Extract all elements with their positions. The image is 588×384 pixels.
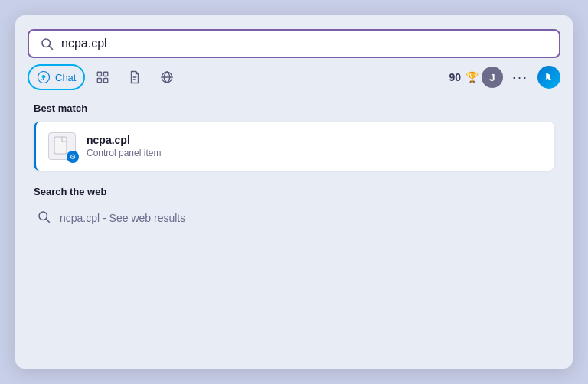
search-window: Chat: [15, 15, 573, 369]
best-match-card[interactable]: ⚙ ncpa.cpl Control panel item: [34, 122, 554, 171]
search-bar: [28, 29, 560, 58]
bing-button[interactable]: [537, 66, 560, 89]
web-search-text: ncpa.cpl - See web results: [60, 212, 185, 224]
svg-rect-5: [98, 79, 102, 83]
web-search-icon: [37, 210, 51, 226]
match-item-title: ncpa.cpl: [87, 134, 161, 146]
globe-icon: [160, 70, 174, 84]
grid-button[interactable]: [88, 66, 117, 89]
score-display: 90 🏆: [449, 71, 479, 83]
chat-button[interactable]: Chat: [28, 64, 85, 90]
toolbar: Chat: [15, 58, 573, 96]
match-info: ncpa.cpl Control panel item: [87, 134, 161, 158]
best-match-title: Best match: [34, 103, 554, 114]
gear-badge: ⚙: [67, 151, 79, 163]
avatar-initial: J: [489, 72, 495, 83]
user-avatar[interactable]: J: [482, 67, 503, 88]
document-icon: [128, 70, 142, 84]
search-web-item[interactable]: ncpa.cpl - See web results: [34, 205, 554, 231]
web-query: ncpa.cpl: [60, 212, 100, 224]
search-web-title: Search the web: [34, 186, 554, 197]
match-item-subtitle: Control panel item: [87, 148, 161, 158]
search-results: Best match ⚙ ncpa.cpl Control panel item…: [15, 96, 573, 369]
document-button[interactable]: [120, 66, 149, 89]
svg-rect-4: [104, 72, 108, 76]
svg-rect-6: [104, 79, 108, 83]
web-suffix: - See web results: [103, 212, 185, 224]
globe-button[interactable]: [152, 66, 181, 89]
trophy-icon: 🏆: [466, 71, 479, 83]
bing-icon: [542, 70, 556, 84]
svg-rect-3: [98, 72, 102, 76]
svg-line-12: [46, 219, 49, 222]
file-icon-wrap: ⚙: [48, 132, 76, 160]
chat-label: Chat: [55, 72, 76, 83]
svg-line-1: [49, 46, 52, 49]
search-icon: [40, 37, 54, 50]
score-value: 90: [449, 71, 461, 83]
search-input[interactable]: [61, 37, 548, 50]
chat-icon: [37, 70, 51, 84]
more-label: ···: [512, 70, 528, 85]
grid-icon: [96, 70, 109, 84]
svg-rect-10: [54, 137, 67, 154]
more-button[interactable]: ···: [506, 67, 534, 89]
